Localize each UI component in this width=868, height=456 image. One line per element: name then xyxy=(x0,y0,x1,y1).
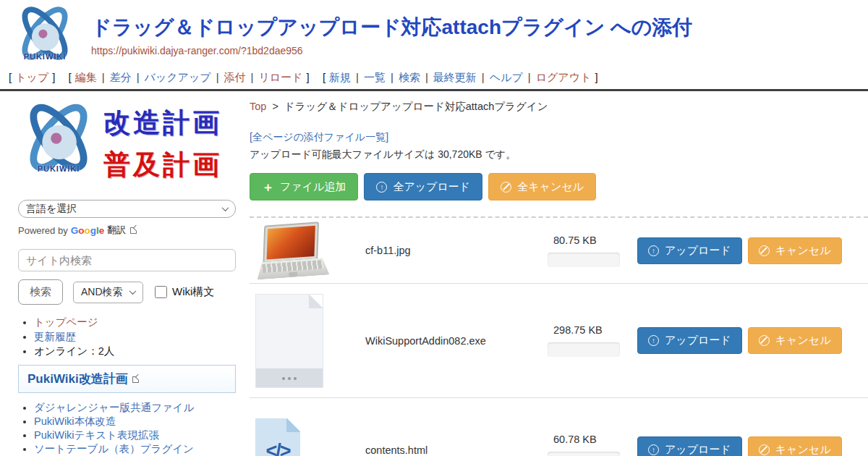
nav-group-page: [編集|差分|バックアップ|添付|リロード] xyxy=(69,71,310,83)
file-size-cell: 298.75 KB xyxy=(548,324,629,357)
cancel-button[interactable]: キャンセル xyxy=(748,237,842,264)
list-item: ソートテーブル（表）プラグイン xyxy=(34,443,239,455)
upload-file-list: cf-b11.jpg 80.75 KB ↑ アップロード キャンセル xyxy=(250,216,868,456)
list-item: 更新履歴 xyxy=(34,331,239,343)
sidebar-item-common-files[interactable]: ダジャレンジャー版共通ファイル xyxy=(34,402,194,413)
upload-button[interactable]: ↑ アップロード xyxy=(637,327,742,354)
google-translate-attribution: Powered by Google 翻訳 xyxy=(18,224,239,237)
sidebar-item-text-ext[interactable]: PukiWikiテキスト表現拡張 xyxy=(34,429,159,441)
cancel-all-button[interactable]: 全キャンセル xyxy=(488,173,596,200)
file-thumbnail-cell: </> xyxy=(250,413,365,456)
upload-button[interactable]: ↑ アップロード xyxy=(637,436,742,456)
ban-icon xyxy=(501,182,511,193)
powered-by-text: Powered by xyxy=(18,225,68,236)
list-item: PukiWikiテキスト表現拡張 xyxy=(34,429,239,442)
upload-button[interactable]: ↑ アップロード xyxy=(637,237,742,264)
file-size-cell: 80.75 KB xyxy=(548,235,629,267)
sidebar-item-update-history[interactable]: 更新履歴 xyxy=(34,331,76,342)
nav-group-site: [新規|一覧|検索|最終更新|ヘルプ|ログアウト] xyxy=(323,71,598,83)
nav-item-help[interactable]: ヘルプ xyxy=(490,71,523,83)
list-item: PukiWiki本体改造 xyxy=(34,415,239,428)
nav-group-top: [トップ] xyxy=(9,71,55,83)
nav-item-backup[interactable]: バックアップ xyxy=(145,71,211,83)
search-mode-value: AND検索 xyxy=(81,286,123,299)
logo-slogan: 改造計画 普及計画 xyxy=(99,105,222,183)
sidebar-item-sort-table[interactable]: ソートテーブル（表）プラグイン xyxy=(34,443,194,455)
file-thumbnail-cell xyxy=(250,294,365,388)
search-controls: 検索 AND検索 Wiki構文 xyxy=(18,279,239,305)
main-content: Top>ドラッグ＆ドロップアップロード対応attachプラグイン [全ページの添… xyxy=(239,91,868,456)
logo-slogan-line1: 改造計画 xyxy=(103,105,222,141)
search-button[interactable]: 検索 xyxy=(18,279,63,305)
external-link-icon xyxy=(132,376,139,383)
file-actions: ↑ アップロード キャンセル xyxy=(637,327,842,354)
pukiwiki-attach-page: PUKIWIKI ドラッグ＆ドロップアップロード対応attachプラグイン への… xyxy=(0,0,868,456)
upload-icon: ↑ xyxy=(376,182,387,193)
file-size-cell: 60.78 KB xyxy=(548,434,629,456)
file-row: cf-b11.jpg 80.75 KB ↑ アップロード キャンセル xyxy=(250,218,868,284)
page-url[interactable]: https://pukiwiki.dajya-ranger.com/?1bd2d… xyxy=(91,45,692,56)
wiki-syntax-checkbox[interactable] xyxy=(155,286,167,298)
online-count: オンライン：2人 xyxy=(34,345,114,357)
upload-icon: ↑ xyxy=(648,245,659,256)
sidebar-item-top-page[interactable]: トップページ xyxy=(34,316,98,328)
list-item: オンライン：2人 xyxy=(34,345,239,358)
file-size: 298.75 KB xyxy=(548,324,629,336)
upload-icon: ↑ xyxy=(648,335,659,346)
pukiwiki-logo-icon: PUKIWIKI xyxy=(18,101,99,187)
nav-item-list[interactable]: 一覧 xyxy=(364,71,386,83)
file-size: 60.78 KB xyxy=(548,434,629,445)
nav-item-diff[interactable]: 差分 xyxy=(110,71,132,83)
file-actions: ↑ アップロード キャンセル xyxy=(637,237,842,264)
breadcrumb: Top>ドラッグ＆ドロップアップロード対応attachプラグイン xyxy=(250,100,868,114)
laptop-photo-thumbnail xyxy=(254,221,333,279)
file-name: cf-b11.jpg xyxy=(365,245,548,256)
top-navigation: [トップ] [編集|差分|バックアップ|添付|リロード] [新規|一覧|検索|最… xyxy=(0,69,868,91)
breadcrumb-current: ドラッグ＆ドロップアップロード対応attachプラグイン xyxy=(284,101,548,112)
file-thumbnail-cell xyxy=(250,224,365,277)
nav-item-attach[interactable]: 添付 xyxy=(224,71,246,83)
nav-item-top[interactable]: トップ xyxy=(15,71,48,83)
nav-item-edit[interactable]: 編集 xyxy=(75,71,97,83)
sidebar-item-body-mod[interactable]: PukiWiki本体改造 xyxy=(34,415,116,427)
file-actions: ↑ アップロード キャンセル xyxy=(637,436,842,456)
attach-file-list-link-row: [全ページの添付ファイル一覧] xyxy=(250,131,868,144)
breadcrumb-home-link[interactable]: Top xyxy=(250,101,266,112)
list-item: トップページ xyxy=(34,316,239,329)
html-code-file-icon: </> xyxy=(255,418,300,456)
nav-item-reload[interactable]: リロード xyxy=(258,71,302,83)
ban-icon xyxy=(759,335,770,346)
chevron-down-icon xyxy=(222,204,229,211)
sidebar-links: ダジャレンジャー版共通ファイル PukiWiki本体改造 PukiWikiテキス… xyxy=(34,402,239,456)
all-pages-attach-list-link[interactable]: [全ページの添付ファイル一覧] xyxy=(250,131,388,143)
file-row: </> contents.html 60.78 KB ↑ アップロード xyxy=(250,398,868,456)
nav-item-search[interactable]: 検索 xyxy=(399,71,420,83)
cancel-button[interactable]: キャンセル xyxy=(748,436,842,456)
pukiwiki-logo-icon[interactable]: PUKIWIKI xyxy=(13,4,77,69)
ban-icon xyxy=(759,444,770,455)
file-name: WikiSupportAddin082.exe xyxy=(365,335,548,347)
upload-icon: ↑ xyxy=(648,444,659,455)
breadcrumb-separator: > xyxy=(272,101,278,112)
add-file-button[interactable]: ＋ ファイル追加 xyxy=(250,173,358,200)
site-search-input[interactable] xyxy=(18,249,236,271)
site-box-link[interactable]: PukiWiki改造計画 xyxy=(27,372,128,386)
external-link-icon xyxy=(130,227,137,234)
max-upload-size-text: アップロード可能最大ファイルサイズは 30,720KB です。 xyxy=(250,148,868,161)
upload-all-button[interactable]: ↑ 全アップロード xyxy=(364,173,482,200)
nav-item-new[interactable]: 新規 xyxy=(329,71,351,83)
logo-brand-text: PUKIWIKI xyxy=(18,164,99,173)
list-item: ダジャレンジャー版共通ファイル xyxy=(34,402,239,414)
upload-progress-bar xyxy=(548,452,620,456)
nav-item-logout[interactable]: ログアウト xyxy=(536,71,592,83)
translate-link[interactable]: 翻訳 xyxy=(107,224,126,237)
sidebar-logo-banner[interactable]: PUKIWIKI 改造計画 普及計画 xyxy=(18,100,239,188)
language-select[interactable]: 言語を選択 xyxy=(18,200,236,218)
cancel-button[interactable]: キャンセル xyxy=(748,327,842,354)
ban-icon xyxy=(759,245,770,256)
search-mode-select[interactable]: AND検索 xyxy=(73,282,143,303)
sidebar: PUKIWIKI 改造計画 普及計画 言語を選択 Powered by Goog… xyxy=(0,91,239,456)
page-title: ドラッグ＆ドロップアップロード対応attachプラグイン への添付 xyxy=(91,14,692,40)
page-header: PUKIWIKI ドラッグ＆ドロップアップロード対応attachプラグイン への… xyxy=(0,0,868,69)
nav-item-recent[interactable]: 最終更新 xyxy=(433,71,477,83)
